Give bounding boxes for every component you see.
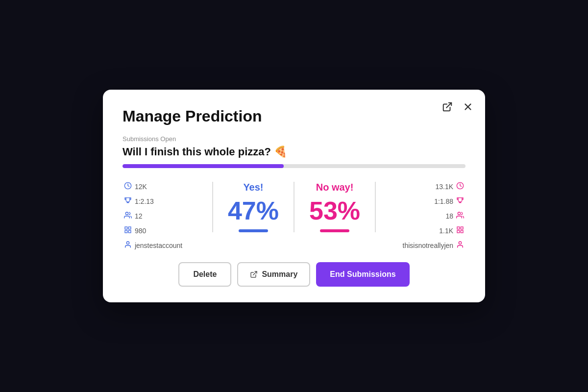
left-votes: 980	[135, 227, 146, 235]
yes-bar	[239, 229, 268, 232]
modal-title: Manage Prediction	[122, 107, 466, 125]
svg-rect-5	[125, 227, 127, 229]
trophy-icon-right	[456, 196, 464, 206]
left-predictors-row: 12	[124, 211, 143, 221]
left-points: 12K	[135, 183, 147, 191]
right-predictors: 18	[446, 212, 454, 220]
modal: Manage Prediction Submissions Open Will …	[103, 90, 485, 302]
summary-label: Summary	[262, 270, 297, 279]
trophy-icon-left	[124, 196, 132, 206]
summary-button[interactable]: Summary	[237, 262, 310, 287]
right-points: 13.1K	[435, 183, 453, 191]
right-points-row: 13.1K	[435, 182, 464, 192]
overlay: Manage Prediction Submissions Open Will …	[0, 0, 588, 392]
svg-rect-8	[125, 230, 127, 233]
options-section: 12K 1:2.13 12	[122, 182, 466, 250]
svg-point-16	[459, 242, 461, 244]
question-text: Will I finish this whole pizza? 🍕	[122, 146, 466, 158]
left-user-row: jenstestaccount	[124, 241, 182, 250]
svg-rect-7	[128, 230, 131, 233]
right-ratio-row: 1:1.88	[434, 196, 464, 206]
left-stats: 12K 1:2.13 12	[124, 182, 212, 250]
yes-label: Yes!	[243, 182, 263, 193]
yes-pct: 47%	[228, 198, 279, 223]
right-ratio: 1:1.88	[434, 197, 453, 205]
no-pct: 53%	[309, 198, 360, 223]
external-link-icon	[250, 270, 258, 278]
person-icon-left	[124, 241, 132, 250]
right-predictors-row: 18	[446, 211, 465, 221]
right-votes: 1.1K	[439, 227, 453, 235]
no-option-col: No way! 53%	[294, 182, 375, 232]
right-user-row: thisisnotreallyjen	[403, 241, 465, 250]
left-ratio-row: 1:2.13	[124, 196, 154, 206]
yes-option-col: Yes! 47%	[213, 182, 294, 232]
svg-point-9	[126, 242, 129, 244]
clock-icon-left	[124, 182, 132, 192]
svg-line-0	[446, 103, 451, 108]
modal-top-buttons	[440, 99, 475, 116]
people-icon-left	[124, 211, 132, 221]
end-submissions-button[interactable]: End Submissions	[316, 262, 409, 287]
left-votes-row: 980	[124, 226, 146, 236]
footer-buttons: Delete Summary End Submissions	[122, 262, 466, 287]
no-bar	[320, 229, 349, 232]
chart-icon-left	[124, 226, 132, 236]
progress-bar-fill	[122, 164, 284, 168]
left-points-row: 12K	[124, 182, 147, 192]
no-label: No way!	[316, 182, 354, 193]
svg-rect-15	[457, 230, 460, 233]
chart-icon-right	[456, 226, 464, 236]
left-predictors: 12	[135, 212, 143, 220]
clock-icon-right	[456, 182, 464, 192]
status-label: Submissions Open	[122, 135, 466, 143]
person-icon-right	[456, 241, 464, 250]
svg-rect-13	[461, 227, 463, 229]
left-user: jenstestaccount	[135, 242, 182, 249]
svg-rect-14	[461, 230, 463, 233]
people-icon-right	[456, 211, 464, 221]
delete-button[interactable]: Delete	[178, 262, 231, 287]
svg-rect-12	[457, 227, 460, 229]
right-votes-row: 1.1K	[439, 226, 464, 236]
svg-point-11	[458, 212, 460, 215]
svg-point-4	[125, 212, 128, 215]
right-stats: 13.1K 1:1.88 18	[376, 182, 464, 250]
center-options: Yes! 47% No way! 53%	[212, 182, 376, 232]
external-link-button[interactable]	[440, 99, 455, 116]
right-user: thisisnotreallyjen	[403, 242, 454, 249]
svg-line-17	[253, 271, 257, 275]
left-ratio: 1:2.13	[135, 197, 154, 205]
progress-bar-container	[122, 164, 466, 168]
svg-rect-6	[128, 227, 131, 229]
close-button[interactable]	[461, 99, 475, 116]
